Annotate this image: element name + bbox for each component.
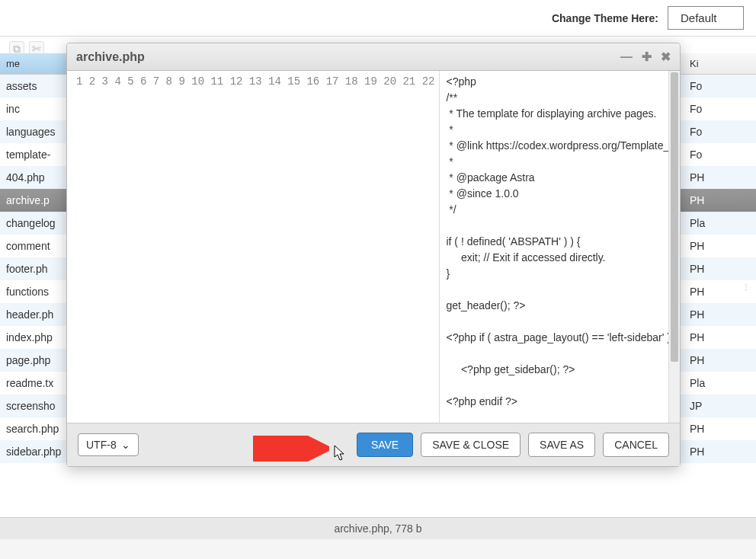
editor-modal: archive.php — ✚ ✖ 1 2 3 4 5 6 7 8 9 10 1… (66, 43, 681, 467)
file-kind: Pla (682, 372, 756, 394)
file-kind: PH (682, 326, 756, 349)
code-area[interactable]: 1 2 3 4 5 6 7 8 9 10 11 12 13 14 15 16 1… (67, 71, 680, 423)
file-kind: PH (682, 349, 756, 372)
cancel-button[interactable]: CANCEL (603, 433, 669, 457)
file-kind: PH (682, 235, 756, 257)
code-scrollbar-thumb[interactable] (671, 72, 678, 362)
save-close-button[interactable]: SAVE & CLOSE (421, 433, 521, 457)
code-content[interactable]: <?php /** * The template for displaying … (440, 71, 680, 423)
drag-handle-icon[interactable]: ⋮ (742, 276, 750, 298)
file-kind: PH (682, 303, 756, 326)
file-kind: JP (682, 394, 756, 417)
file-kind: PH (682, 166, 756, 189)
file-kind: Fo (682, 97, 756, 120)
col-header-kind[interactable]: ⋮ Ki (682, 53, 756, 74)
file-kind: PH (682, 417, 756, 440)
editor-footer: UTF-8 ⌄ SAVE SAVE & CLOSE SAVE AS CANCEL (67, 423, 680, 466)
editor-filename: archive.php (76, 50, 611, 64)
file-kind: PH (682, 189, 756, 212)
status-bar: archive.php, 778 b (0, 517, 756, 539)
close-icon[interactable]: ✖ (661, 50, 671, 64)
code-scrollbar[interactable] (668, 71, 680, 423)
file-kind: Pla (682, 212, 756, 235)
top-bar: Change Theme Here: Default (0, 0, 756, 37)
cursor-icon (332, 445, 346, 464)
theme-select[interactable]: Default (668, 6, 744, 30)
encoding-select[interactable]: UTF-8 ⌄ (78, 433, 139, 456)
maximize-icon[interactable]: ✚ (642, 50, 652, 64)
file-kind: Fo (682, 143, 756, 166)
save-button[interactable]: SAVE (357, 433, 413, 457)
editor-title-bar[interactable]: archive.php — ✚ ✖ (67, 43, 680, 71)
file-kind: Fo (682, 75, 756, 97)
file-kind: Fo (682, 120, 756, 143)
minimize-icon[interactable]: — (620, 50, 633, 64)
line-gutter: 1 2 3 4 5 6 7 8 9 10 11 12 13 14 15 16 1… (67, 71, 440, 423)
save-as-button[interactable]: SAVE AS (528, 433, 595, 457)
chevron-down-icon: ⌄ (121, 439, 130, 451)
file-kind: PH (682, 440, 756, 463)
annotation-arrow (253, 436, 329, 462)
change-theme-label: Change Theme Here: (552, 12, 658, 24)
